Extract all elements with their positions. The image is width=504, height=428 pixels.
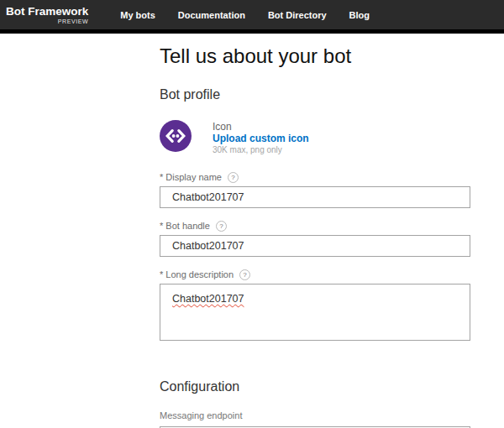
display-name-label-text: * Display name — [160, 172, 222, 183]
long-description-label-text: * Long description — [160, 269, 234, 280]
icon-size-hint: 30K max, png only — [213, 145, 309, 155]
nav-item-documentation[interactable]: Documentation — [178, 10, 245, 20]
long-description-label: * Long description ? — [160, 269, 470, 280]
messaging-endpoint-label: Messaging endpoint — [160, 410, 470, 421]
bot-icon-row: Icon Upload custom icon 30K max, png onl… — [160, 120, 470, 155]
page-title: Tell us about your bot — [160, 44, 470, 68]
page-content: Tell us about your bot Bot profile Icon … — [160, 34, 470, 428]
brand-tagline: PREVIEW — [58, 18, 88, 25]
bot-handle-field-group: * Bot handle ? — [160, 221, 470, 257]
brand-name: Bot Framework — [6, 5, 88, 18]
display-name-field-group: * Display name ? — [160, 172, 470, 208]
bot-handle-input[interactable] — [160, 235, 470, 257]
section-configuration: Configuration Messaging endpoint — [160, 378, 470, 428]
configuration-heading: Configuration — [160, 378, 470, 395]
nav-item-my-bots[interactable]: My bots — [120, 10, 155, 20]
long-description-help-icon[interactable]: ? — [239, 269, 250, 280]
brand-logo[interactable]: Bot Framework PREVIEW — [6, 5, 88, 25]
messaging-endpoint-label-text: Messaging endpoint — [160, 410, 242, 421]
bot-profile-heading: Bot profile — [160, 86, 470, 103]
display-name-input[interactable] — [160, 186, 470, 208]
nav-item-blog[interactable]: Blog — [349, 10, 370, 20]
display-name-help-icon[interactable]: ? — [228, 172, 239, 183]
display-name-label: * Display name ? — [160, 172, 470, 183]
long-description-field-group: * Long description ? Chatbot201707 — [160, 269, 470, 341]
icon-label: Icon — [213, 122, 309, 133]
messaging-endpoint-field-group: Messaging endpoint — [160, 410, 470, 428]
bot-handle-label: * Bot handle ? — [160, 221, 470, 232]
bot-handle-label-text: * Bot handle — [160, 221, 210, 232]
bot-framework-icon — [160, 120, 192, 152]
icon-meta: Icon Upload custom icon 30K max, png onl… — [213, 120, 309, 155]
upload-custom-icon-link[interactable]: Upload custom icon — [213, 133, 309, 144]
main-nav: My bots Documentation Bot Directory Blog — [120, 10, 370, 20]
bot-handle-help-icon[interactable]: ? — [216, 221, 227, 232]
nav-item-bot-directory[interactable]: Bot Directory — [268, 10, 327, 20]
section-bot-profile: Bot profile Icon Upload custom icon 30K … — [160, 86, 470, 341]
long-description-textarea[interactable]: Chatbot201707 — [160, 284, 470, 341]
long-description-value: Chatbot201707 — [172, 293, 244, 305]
top-nav-bar: Bot Framework PREVIEW My bots Documentat… — [0, 0, 504, 34]
